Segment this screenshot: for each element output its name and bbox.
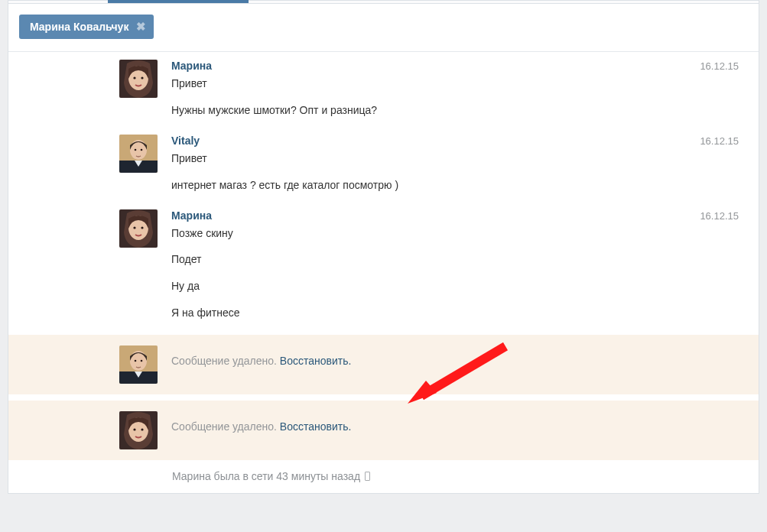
avatar[interactable] (119, 411, 158, 449)
header-row: Марина Ковальчук ✖ (8, 4, 759, 52)
avatar[interactable] (119, 345, 158, 384)
message-body: Сообщение удалено. Восстановить. (171, 345, 743, 384)
message-text: Привет (171, 76, 743, 91)
sender-link[interactable]: Марина (171, 60, 212, 72)
deleted-message-text: Сообщение удалено. Восстановить. (171, 411, 743, 433)
close-icon[interactable]: ✖ (136, 20, 146, 34)
top-bar (8, 1, 759, 4)
message-row: Vitaly16.12.15Приветинтернет магаз ? ест… (8, 127, 759, 202)
avatar[interactable] (119, 60, 158, 98)
message-text: Нужны мужские шмотки? Опт и разница? (171, 103, 743, 118)
sender-link[interactable]: Vitaly (171, 135, 200, 147)
restore-link[interactable]: Восстановить. (280, 420, 352, 433)
avatar[interactable] (119, 135, 158, 173)
deleted-label: Сообщение удалено. (171, 355, 280, 367)
message-text: Подет (171, 252, 743, 267)
message-row-deleted: Сообщение удалено. Восстановить. (8, 334, 759, 395)
message-body: Сообщение удалено. Восстановить. (171, 411, 743, 449)
message-text: Позже скину (171, 226, 743, 241)
message-text: Я на фитнесе (171, 306, 743, 320)
contact-chip[interactable]: Марина Ковальчук ✖ (19, 15, 154, 39)
message-body: Марина16.12.15ПриветНужны мужские шмотки… (171, 60, 743, 124)
message-row: Марина16.12.15Позже скинуПодетНу даЯ на … (8, 202, 759, 330)
message-body: Vitaly16.12.15Приветинтернет магаз ? ест… (171, 135, 743, 199)
message-text: интернет магаз ? есть где каталог посмот… (171, 178, 743, 193)
deleted-label: Сообщение удалено. (171, 420, 280, 433)
message-date: 16.12.15 (700, 60, 739, 72)
message-header: Vitaly16.12.15 (171, 135, 743, 147)
sender-link[interactable]: Марина (171, 209, 212, 222)
restore-link[interactable]: Восстановить. (280, 355, 352, 367)
message-header: Марина16.12.15 (171, 209, 743, 222)
contact-chip-name: Марина Ковальчук (30, 21, 128, 33)
message-body: Марина16.12.15Позже скинуПодетНу даЯ на … (171, 209, 743, 327)
message-text: Привет (171, 151, 743, 166)
avatar[interactable] (119, 209, 158, 248)
footer-status-row: Марина была в сети 43 минуты назад (8, 461, 759, 493)
message-row: Марина16.12.15ПриветНужны мужские шмотки… (8, 52, 759, 127)
mobile-icon (365, 472, 370, 481)
deleted-message-text: Сообщение удалено. Восстановить. (171, 345, 743, 367)
message-date: 16.12.15 (700, 210, 739, 222)
chat-container: Марина Ковальчук ✖ Марина16.12.15ПриветН… (8, 0, 759, 494)
messages-list: Марина16.12.15ПриветНужны мужские шмотки… (8, 52, 759, 461)
message-date: 16.12.15 (700, 135, 739, 147)
active-tab-indicator (108, 0, 249, 3)
message-row-deleted: Сообщение удалено. Восстановить. (8, 400, 759, 461)
message-text: Ну да (171, 279, 743, 294)
message-header: Марина16.12.15 (171, 60, 743, 72)
online-status-text: Марина была в сети 43 минуты назад (172, 470, 360, 482)
